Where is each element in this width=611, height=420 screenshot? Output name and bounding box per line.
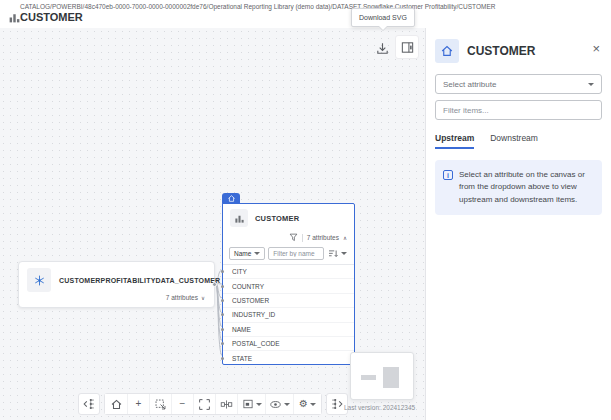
impact-analysis-panel: CUSTOMER × Select attribute Upstream Dow…: [425, 28, 611, 420]
info-icon: i: [443, 170, 453, 180]
gear-icon: ⚙: [299, 399, 308, 409]
collapse-upstream-button[interactable]: [78, 393, 100, 415]
page-title: CUSTOMER: [20, 11, 83, 23]
fit-to-screen-button[interactable]: [193, 394, 215, 414]
select-attribute-dropdown[interactable]: Select attribute: [435, 74, 602, 94]
sort-icon: [328, 249, 339, 258]
toolbar-group: + − ⚙: [104, 393, 322, 415]
canvas-toolbar: + − ⚙: [78, 393, 348, 415]
attribute-row[interactable]: STATE: [223, 351, 354, 365]
home-icon: [435, 39, 459, 63]
app-window: CATALOG/POWERBI/48c470eb-0000-7000-0000-…: [0, 0, 611, 420]
panel-title: CUSTOMER: [467, 44, 535, 58]
filter-by-name-input[interactable]: [268, 247, 324, 260]
home-button[interactable]: [105, 394, 127, 414]
chevron-down-icon: [341, 252, 347, 255]
panel-toggle-icon: [400, 40, 415, 55]
expand-downstream-icon: [330, 397, 344, 411]
minimap[interactable]: [350, 352, 414, 400]
fit-to-screen-icon: [198, 398, 211, 411]
source-node-title: CUSTOMERPROFITABILITYDATA_CUSTOMER: [59, 277, 220, 284]
tab-downstream[interactable]: Downstream: [490, 133, 538, 149]
node-customer[interactable]: CUSTOMER 7 attributes ∧ Name CITY COUNTR…: [222, 203, 355, 365]
table-icon: [230, 209, 248, 227]
download-svg-button[interactable]: [372, 38, 392, 58]
chevron-up-icon[interactable]: ∧: [343, 235, 347, 241]
info-message-box: i Select an attribute on the canvas or f…: [435, 160, 602, 215]
tab-upstream[interactable]: Upstream: [435, 133, 474, 149]
attribute-list: CITY COUNTRY CUSTOMER INDUSTRY_ID NAME P…: [223, 264, 354, 366]
attribute-row[interactable]: COUNTRY: [223, 279, 354, 293]
close-icon[interactable]: ×: [592, 42, 600, 55]
source-attributes-expander[interactable]: 7 attributes ∨: [166, 294, 205, 301]
zoom-in-button[interactable]: +: [127, 394, 149, 414]
last-version-label: Last version: 202412345: [344, 404, 415, 411]
chevron-down-icon: [310, 403, 316, 406]
chevron-down-icon: [256, 403, 262, 406]
home-icon: [110, 398, 123, 411]
filter-icon[interactable]: [289, 233, 298, 242]
zoom-to-selection-button[interactable]: [149, 394, 171, 414]
page-header: CATALOG/POWERBI/48c470eb-0000-7000-0000-…: [0, 0, 611, 28]
name-filter-select[interactable]: Name: [229, 247, 265, 260]
attribute-row[interactable]: POSTAL_CODE: [223, 337, 354, 351]
chevron-down-icon: [588, 83, 594, 86]
attribute-row[interactable]: CUSTOMER: [223, 294, 354, 308]
chevron-down-icon: [254, 252, 260, 255]
chevron-down-icon: ∨: [201, 295, 205, 301]
customer-node-title: CUSTOMER: [255, 214, 299, 223]
output-port: [212, 282, 217, 287]
node-source-table[interactable]: CUSTOMERPROFITABILITYDATA_CUSTOMER 7 att…: [18, 261, 215, 308]
minimap-customer-node: [383, 367, 399, 388]
settings-button[interactable]: ⚙: [293, 394, 321, 414]
snowflake-icon: [27, 268, 51, 292]
panel-tabs: Upstream Downstream: [435, 133, 602, 149]
export-image-icon: [242, 398, 254, 410]
auto-layout-icon: [220, 398, 233, 411]
minus-icon: −: [180, 399, 186, 409]
visibility-button[interactable]: [265, 394, 293, 414]
home-icon: [227, 194, 236, 203]
sort-button[interactable]: [327, 249, 348, 258]
attributes-count: 7 attributes: [307, 234, 339, 241]
zoom-out-button[interactable]: −: [171, 394, 193, 414]
zoom-selection-icon: [154, 398, 167, 411]
attribute-row[interactable]: CITY: [223, 265, 354, 279]
minimap-source-node: [361, 375, 376, 380]
attribute-row[interactable]: NAME: [223, 323, 354, 337]
info-message-text: Select an attribute on the canvas or fro…: [459, 169, 594, 206]
plus-icon: +: [136, 399, 142, 409]
chevron-down-icon: [284, 403, 290, 406]
filter-items-input[interactable]: [435, 100, 602, 120]
toggle-side-panel-button[interactable]: [395, 35, 419, 59]
download-icon: [375, 41, 390, 56]
export-image-button[interactable]: [237, 394, 265, 414]
attribute-row[interactable]: INDUSTRY_ID: [223, 308, 354, 322]
download-svg-tooltip: Download SVG: [351, 8, 415, 27]
eye-icon: [269, 398, 282, 411]
breadcrumb[interactable]: CATALOG/POWERBI/48c470eb-0000-7000-0000-…: [20, 3, 495, 10]
divider: [302, 234, 303, 242]
collapse-upstream-icon: [82, 397, 96, 411]
auto-layout-button[interactable]: [215, 394, 237, 414]
